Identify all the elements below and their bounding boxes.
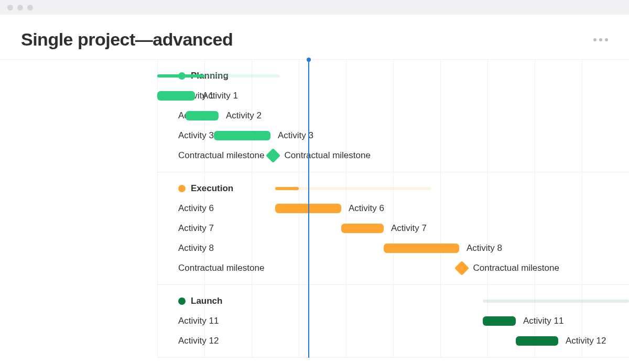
gantt-group-header[interactable]: Launch [157, 291, 629, 311]
task-bar[interactable] [186, 111, 219, 120]
more-options-icon [599, 38, 602, 41]
page-content: Single project—advanced PlanningActivity… [0, 15, 629, 364]
gantt-row: Activity 11Activity 11 [157, 311, 629, 331]
window-titlebar [0, 0, 629, 15]
task-bar-label: Activity 11 [523, 316, 563, 326]
milestone-label: Contractual milestone [285, 150, 371, 161]
task-bar[interactable] [341, 224, 384, 233]
task-bar[interactable] [516, 336, 558, 346]
today-line [308, 60, 309, 358]
gantt-lane: Activity 7 [157, 218, 629, 238]
task-bar[interactable] [214, 131, 270, 140]
gantt-lane [157, 66, 629, 86]
gantt-group-header[interactable]: Planning [157, 66, 629, 86]
gantt-lane: Activity 3 [157, 126, 629, 146]
gantt-chart: PlanningActivity 1Activity 1Activity 2Ac… [0, 59, 629, 358]
task-bar[interactable] [384, 244, 459, 253]
milestone-label: Contractual milestone [473, 263, 559, 273]
gantt-lane: Activity 1 [157, 86, 629, 106]
window-close-icon[interactable] [7, 5, 13, 10]
task-bar-label: Activity 12 [566, 336, 606, 346]
gantt-lane: Activity 8 [157, 238, 629, 258]
gantt-row: Activity 6Activity 6 [157, 198, 629, 218]
gantt-lane [157, 291, 629, 311]
window-minimize-icon[interactable] [17, 5, 23, 10]
task-bar-label: Activity 1 [202, 91, 238, 101]
gantt-lane: Contractual milestone [157, 146, 629, 166]
gantt-group-execution: ExecutionActivity 6Activity 6Activity 7A… [157, 172, 629, 285]
task-bar[interactable] [483, 316, 516, 326]
page-header: Single project—advanced [0, 29, 629, 59]
gantt-row: Activity 12Activity 12 [157, 331, 629, 351]
gantt-row: Contractual milestoneContractual milesto… [157, 258, 629, 278]
more-options-icon [593, 38, 597, 41]
task-bar-label: Activity 7 [391, 223, 427, 234]
gantt-lane: Activity 12 [157, 331, 629, 351]
task-bar-label: Activity 8 [467, 243, 502, 253]
gantt-group-planning: PlanningActivity 1Activity 1Activity 2Ac… [157, 60, 629, 172]
gantt-lane: Activity 6 [157, 198, 629, 218]
gantt-group-header[interactable]: Execution [157, 179, 629, 198]
gantt-lane: Contractual milestone [157, 258, 629, 278]
milestone-diamond-icon[interactable] [265, 148, 280, 163]
more-options-icon [605, 38, 608, 41]
task-bar-label: Activity 6 [349, 203, 384, 214]
summary-bar-progress[interactable] [157, 74, 204, 78]
gantt-lane: Activity 11 [157, 311, 629, 331]
gantt-group-launch: LaunchActivity 11Activity 11Activity 12A… [157, 285, 629, 358]
page-title: Single project—advanced [21, 29, 233, 50]
gantt-row: Activity 7Activity 7 [157, 218, 629, 238]
gantt-row: Activity 3Activity 3 [157, 126, 629, 146]
summary-bar-track[interactable] [483, 300, 629, 303]
gantt-row: Contractual milestoneContractual milesto… [157, 146, 629, 166]
today-marker-icon [307, 58, 311, 62]
gantt-row: Activity 1Activity 1 [157, 86, 629, 106]
gantt-row: Activity 2Activity 2 [157, 106, 629, 126]
app-window: Single project—advanced PlanningActivity… [0, 0, 629, 364]
more-options-button[interactable] [593, 38, 608, 41]
milestone-diamond-icon[interactable] [454, 261, 469, 275]
task-bar[interactable] [157, 91, 195, 101]
summary-bar-progress[interactable] [275, 187, 299, 190]
window-zoom-icon[interactable] [27, 5, 33, 10]
gantt-lane [157, 179, 629, 198]
gantt-row: Activity 8Activity 8 [157, 238, 629, 258]
gantt-lane: Activity 2 [157, 106, 629, 126]
task-bar-label: Activity 2 [226, 111, 262, 121]
